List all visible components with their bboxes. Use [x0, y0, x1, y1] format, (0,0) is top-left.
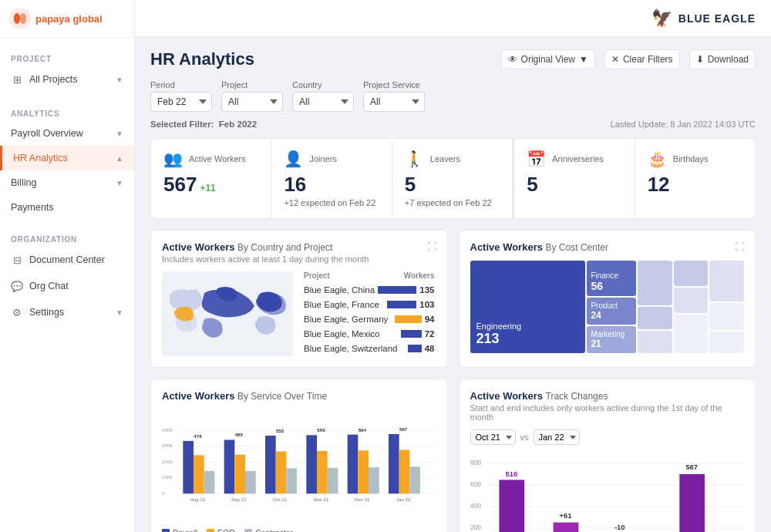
period-label: Period [150, 80, 212, 89]
track-changes-card: Active Workers Track Changes Start and e… [459, 379, 756, 532]
cost-center-title: Active Workers By Cost Center [470, 241, 608, 253]
svg-text:564: 564 [359, 427, 367, 433]
table-row: Blue Eagle, Switzerland 48 [302, 342, 436, 355]
project-select[interactable]: All [221, 92, 283, 112]
svg-text:Oct 21: Oct 21 [273, 497, 288, 502]
svg-rect-20 [234, 455, 245, 494]
extra-col-1 [638, 261, 672, 353]
world-chart-card: Active Workers By Country and Project In… [150, 230, 448, 368]
original-view-button[interactable]: 👁 Original View ▼ [501, 49, 595, 69]
filters-row: Period Feb 22 Project All Country All Pr… [150, 80, 756, 112]
svg-text:400: 400 [470, 502, 481, 510]
brand-name: BLUE EAGLE [678, 12, 756, 25]
svg-text:-10: -10 [614, 524, 625, 531]
track-from-select[interactable]: Oct 21 [470, 429, 516, 445]
world-chart-title: Active Workers By Country and Project [162, 241, 369, 253]
chat-icon: 💬 [11, 280, 23, 292]
birthdays-label: Birthdays [673, 154, 709, 163]
hr-analytics-label: HR Analytics [13, 153, 68, 163]
right-blocks: Finance 56 Product 24 Marketing 21 [587, 261, 636, 353]
leavers-value: 5 [405, 173, 500, 197]
svg-text:478: 478 [194, 433, 202, 439]
organization-section-label: ORGANIZATION [0, 226, 134, 247]
hr-analytics-item[interactable]: HR Analytics ▲ [0, 146, 134, 170]
service-over-time-card: Active Workers By Service Over Time 400K… [150, 379, 448, 532]
stat-birthdays: 🎂 Birthdays 12 [635, 139, 755, 218]
marketing-block: Marketing 21 [587, 326, 636, 353]
period-select[interactable]: Feb 22 [150, 92, 212, 112]
anniversary-icon: 📅 [527, 150, 546, 168]
payroll-chevron-icon: ▼ [116, 130, 123, 138]
world-table-header: ProjectWorkers [302, 271, 436, 280]
svg-rect-57 [553, 523, 578, 532]
projects-chevron-icon: ▼ [116, 76, 123, 84]
settings-chevron-icon: ▼ [116, 308, 123, 317]
period-filter: Period Feb 22 [150, 80, 212, 112]
svg-text:567: 567 [399, 426, 408, 432]
header-actions: 👁 Original View ▼ ✕ Clear Filters ⬇ Down… [501, 49, 756, 69]
track-to-select[interactable]: Jan 22 [534, 429, 580, 445]
svg-rect-36 [369, 467, 379, 493]
svg-rect-25 [276, 452, 287, 494]
joiners-value: 16 [284, 173, 379, 197]
svg-rect-24 [265, 436, 276, 493]
payments-item[interactable]: Payments [0, 195, 134, 220]
world-expand-icon[interactable]: ⛶ [427, 241, 436, 252]
track-changes-subtitle: Start and end includes only workers acti… [470, 403, 745, 422]
finance-block: Finance 56 [587, 261, 636, 296]
document-center-item[interactable]: ⊟ Document Center [0, 247, 134, 273]
active-workers-label: Active Workers [189, 154, 246, 163]
svg-rect-41 [409, 466, 420, 493]
svg-text:559: 559 [317, 427, 325, 433]
project-section-label: PROJECT [0, 45, 134, 66]
settings-icon: ⚙ [11, 306, 23, 318]
track-changes-title: Active Workers Track Changes [470, 390, 745, 402]
document-icon: ⊟ [11, 254, 23, 266]
sidebar-logo: papaya global [0, 0, 134, 38]
payroll-overview-label: Payroll Overview [11, 128, 83, 139]
svg-rect-14 [183, 441, 194, 493]
view-chevron-icon: ▼ [579, 54, 588, 65]
engineering-block: Engineering 213 [470, 261, 586, 353]
org-chat-item[interactable]: 💬 Org Chat [0, 273, 134, 299]
birthday-icon: 🎂 [648, 150, 667, 168]
svg-rect-15 [194, 455, 204, 493]
download-button[interactable]: ⬇ Download [689, 49, 756, 69]
anniverseries-value: 5 [527, 173, 621, 197]
svg-text:516: 516 [505, 470, 517, 478]
service-bar-chart: 400K 300K 200K 100K 0 [162, 408, 436, 524]
billing-chevron-icon: ▼ [116, 179, 123, 187]
service-select[interactable]: All [363, 92, 425, 112]
svg-text:300K: 300K [162, 443, 173, 448]
svg-rect-54 [499, 480, 524, 532]
service-chart-legend: Payroll EOR Contractor [162, 528, 436, 532]
eor-color [207, 529, 214, 532]
cost-center-expand-icon[interactable]: ⛶ [735, 241, 744, 252]
country-select[interactable]: All [292, 92, 354, 112]
payroll-overview-item[interactable]: Payroll Overview ▼ [0, 121, 134, 146]
extra-col-2 [674, 261, 709, 353]
svg-text:600: 600 [470, 480, 481, 488]
billing-item[interactable]: Billing ▼ [0, 170, 134, 195]
svg-text:800: 800 [470, 459, 481, 466]
stat-anniverseries: 📅 Anniverseries 5 [513, 139, 635, 218]
workers-icon: 👥 [163, 150, 183, 168]
table-row: Blue Eagle, Mexico 72 [302, 327, 436, 342]
selected-filter-value: Feb 2022 [219, 120, 257, 129]
svg-rect-30 [317, 451, 328, 493]
clear-filters-button[interactable]: ✕ Clear Filters [604, 49, 680, 69]
settings-item[interactable]: ⚙ Settings ▼ [0, 299, 134, 325]
birthdays-value: 12 [648, 173, 742, 197]
svg-rect-40 [399, 450, 410, 493]
treemap: Engineering 213 Finance 56 Product 24 [470, 261, 745, 353]
document-center-label: Document Center [29, 254, 105, 265]
grid-icon: ⊞ [11, 73, 23, 86]
brand-area: 🦅 BLUE EAGLE [651, 8, 756, 29]
leavers-label: Leavers [430, 154, 460, 163]
service-label: Project Service [363, 80, 425, 89]
svg-text:Jan 22: Jan 22 [396, 497, 411, 502]
svg-rect-39 [389, 434, 399, 493]
download-icon: ⬇ [696, 54, 704, 65]
svg-text:200K: 200K [162, 459, 173, 464]
all-projects-dropdown[interactable]: ⊞ All Projects ▼ [0, 66, 134, 93]
